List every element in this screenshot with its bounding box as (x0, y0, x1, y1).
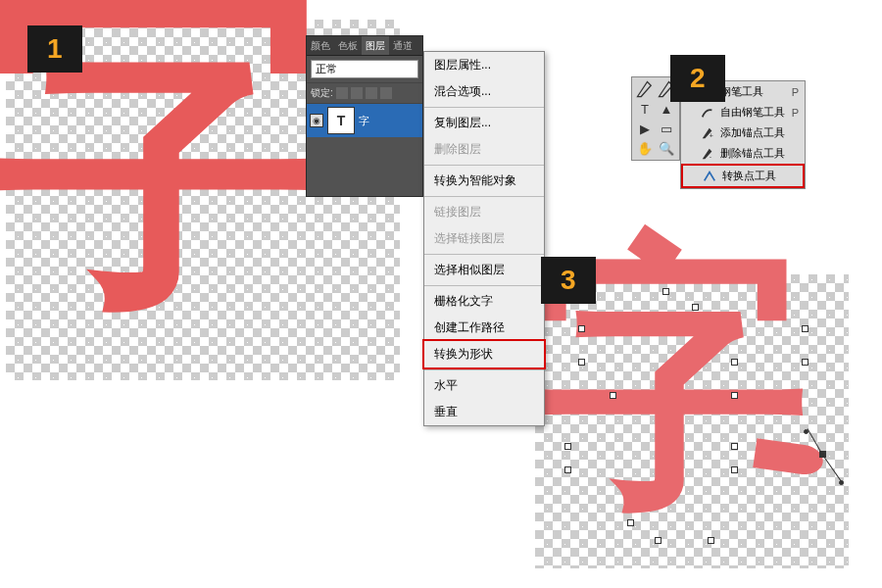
mi-rasterize-type[interactable]: 栅格化文字 (424, 288, 544, 315)
menu-separator (424, 285, 544, 286)
menu-separator (424, 196, 544, 197)
step-badge-1: 1 (27, 25, 82, 73)
lock-label: 锁定: (311, 86, 333, 100)
layer-item-text[interactable]: ◉ T 字 (307, 104, 422, 137)
menu-separator (424, 369, 544, 370)
flyout-label: 钢笔工具 (720, 84, 763, 99)
anchor-point[interactable] (731, 392, 738, 399)
lock-all-icon[interactable] (380, 87, 392, 99)
flyout-delete-anchor-tool[interactable]: - 删除锚点工具 (681, 143, 805, 164)
anchor-point[interactable] (731, 466, 738, 473)
bezier-handle[interactable] (822, 454, 842, 481)
anchor-point[interactable] (564, 443, 571, 450)
layer-thumbnail[interactable]: T (327, 107, 355, 134)
flyout-convert-point-tool[interactable]: 转换点工具 (681, 164, 805, 188)
hand-tool-button[interactable]: ✋ (635, 139, 655, 157)
flyout-freeform-pen-tool[interactable]: 自由钢笔工具 P (681, 102, 805, 122)
flyout-label: 删除锚点工具 (720, 146, 785, 161)
menu-separator (424, 165, 544, 166)
flyout-shortcut: P (792, 107, 799, 119)
mi-select-similar[interactable]: 选择相似图层 (424, 257, 544, 283)
mi-link-layers: 链接图层 (424, 199, 544, 225)
delete-anchor-icon: - (701, 147, 714, 161)
blend-mode-select[interactable]: 正常 (311, 60, 418, 78)
mi-layer-properties[interactable]: 图层属性... (424, 52, 544, 78)
menu-separator (424, 107, 544, 108)
path-select-tool-button[interactable]: ▲ (657, 100, 676, 118)
freeform-pen-icon (701, 106, 714, 120)
mi-blending-options[interactable]: 混合选项... (424, 78, 544, 105)
add-anchor-icon: + (701, 126, 714, 140)
lock-row: 锁定: (307, 82, 422, 104)
type-tool-button[interactable]: T (635, 100, 655, 118)
mi-horizontal[interactable]: 水平 (424, 372, 544, 399)
lock-transparency-icon[interactable] (336, 87, 348, 99)
visibility-toggle-icon[interactable]: ◉ (310, 114, 323, 127)
mi-select-linked: 选择链接图层 (424, 225, 544, 252)
shape-tool-button[interactable]: ▭ (657, 120, 676, 137)
convert-point-icon (703, 170, 716, 183)
mi-vertical[interactable]: 垂直 (424, 399, 544, 425)
anchor-point[interactable] (692, 304, 699, 311)
flyout-add-anchor-tool[interactable]: + 添加锚点工具 (681, 122, 805, 143)
lock-position-icon[interactable] (366, 87, 377, 99)
flyout-shortcut: P (792, 86, 799, 98)
anchor-point[interactable] (578, 325, 585, 332)
direct-select-tool-button[interactable]: ▶ (635, 120, 655, 137)
anchor-point[interactable] (708, 537, 714, 544)
lock-pixels-icon[interactable] (351, 87, 363, 99)
anchor-point[interactable] (578, 359, 585, 366)
anchor-point[interactable] (564, 466, 571, 473)
anchor-point[interactable] (731, 443, 738, 450)
canvas-step3: 字 (535, 274, 849, 568)
mi-convert-to-shape[interactable]: 转换为形状 (422, 339, 546, 369)
anchor-point[interactable] (627, 519, 634, 526)
layer-context-menu[interactable]: 图层属性... 混合选项... 复制图层... 删除图层 转换为智能对象 链接图… (423, 51, 545, 426)
layers-panel[interactable]: 颜色 色板 图层 通道 正常 锁定: ◉ T 字 (306, 35, 423, 197)
panel-tabs[interactable]: 颜色 色板 图层 通道 (307, 36, 422, 56)
svg-text:+: + (710, 132, 713, 139)
flyout-label: 添加锚点工具 (720, 125, 785, 140)
anchor-point[interactable] (655, 537, 662, 544)
step-badge-3: 3 (541, 257, 596, 304)
tab-color[interactable]: 颜色 (307, 36, 334, 55)
anchor-point[interactable] (610, 392, 616, 399)
mi-create-work-path[interactable]: 创建工作路径 (424, 315, 544, 341)
tab-swatch[interactable]: 色板 (334, 36, 362, 55)
layer-name[interactable]: 字 (359, 114, 369, 128)
flyout-label: 转换点工具 (722, 169, 776, 183)
svg-text:-: - (710, 153, 712, 160)
tab-channels[interactable]: 通道 (389, 36, 416, 55)
pen-tool-button[interactable] (635, 80, 655, 98)
step-badge-2: 2 (670, 55, 725, 102)
anchor-point[interactable] (662, 288, 669, 295)
mi-delete-layer: 删除图层 (424, 136, 544, 163)
layer-list: ◉ T 字 (307, 104, 422, 196)
anchor-point[interactable] (802, 359, 808, 366)
anchor-point[interactable] (802, 325, 808, 332)
mi-duplicate-layer[interactable]: 复制图层... (424, 110, 544, 136)
zoom-tool-button[interactable]: 🔍 (657, 139, 676, 157)
anchor-point[interactable] (731, 359, 738, 366)
bezier-handle-end[interactable] (839, 480, 844, 485)
blend-mode-row: 正常 (307, 56, 422, 82)
bezier-handle-end[interactable] (804, 429, 808, 434)
menu-separator (424, 254, 544, 255)
tab-layers[interactable]: 图层 (362, 36, 389, 55)
flyout-label: 自由钢笔工具 (720, 105, 785, 120)
mi-convert-smart-object[interactable]: 转换为智能对象 (424, 168, 544, 194)
